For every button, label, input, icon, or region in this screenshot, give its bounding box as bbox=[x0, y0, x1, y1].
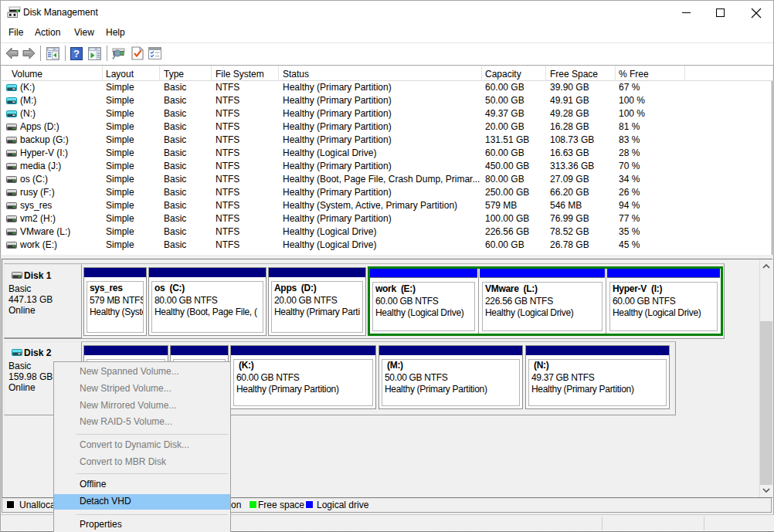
svg-text:?: ? bbox=[73, 48, 80, 59]
